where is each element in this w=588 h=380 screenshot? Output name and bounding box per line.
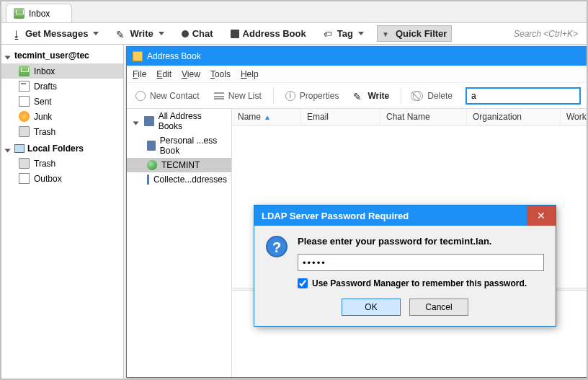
tab-inbox[interactable]: Inbox bbox=[6, 4, 72, 22]
tree-personal-book[interactable]: Personal ...ess Book bbox=[127, 133, 231, 158]
new-contact-button[interactable]: New Contact bbox=[133, 88, 202, 104]
globe-icon bbox=[147, 160, 157, 170]
pencil-icon bbox=[116, 29, 126, 39]
menu-tools[interactable]: Tools bbox=[210, 69, 231, 79]
col-organization[interactable]: Organization bbox=[467, 109, 561, 125]
inbox-icon bbox=[19, 66, 30, 76]
sidebar-item-inbox[interactable]: Inbox bbox=[1, 63, 123, 79]
person-icon bbox=[135, 91, 146, 101]
chevron-down-icon bbox=[358, 32, 364, 35]
separator bbox=[401, 88, 401, 104]
sort-asc-icon: ▲ bbox=[264, 113, 271, 121]
menu-help[interactable]: Help bbox=[241, 69, 259, 79]
properties-button[interactable]: Properties bbox=[282, 88, 342, 104]
folder-sidebar: tecmint_user@tec Inbox Drafts Sent Junk … bbox=[1, 45, 124, 379]
dialog-titlebar[interactable]: LDAP Server Password Required ✕ bbox=[254, 206, 556, 226]
contacts-column-headers: Name▲ Email Chat Name Organization Work bbox=[232, 109, 588, 125]
menu-edit[interactable]: Edit bbox=[156, 69, 172, 79]
separator bbox=[273, 88, 274, 104]
twisty-icon[interactable] bbox=[6, 146, 12, 151]
trash-icon bbox=[19, 126, 30, 137]
filter-icon bbox=[382, 29, 392, 39]
remember-checkbox-input[interactable] bbox=[298, 278, 308, 288]
address-book-button[interactable]: Address Book bbox=[226, 26, 311, 41]
address-book-menubar: File Edit View Tools Help bbox=[127, 66, 587, 83]
tree-tecmint[interactable]: TECMINT bbox=[127, 158, 231, 172]
question-icon: ? bbox=[266, 236, 288, 257]
address-book-toolbar: New Contact New List Properties Write De… bbox=[127, 83, 587, 109]
menu-file[interactable]: File bbox=[133, 69, 146, 79]
ldap-password-dialog: LDAP Server Password Required ✕ ? Please… bbox=[254, 205, 556, 327]
sidebar-item-junk[interactable]: Junk bbox=[1, 109, 123, 124]
chat-button[interactable]: Chat bbox=[177, 26, 218, 41]
address-book-tree: All Address Books Personal ...ess Book T… bbox=[127, 109, 232, 377]
ab-write-button[interactable]: Write bbox=[350, 88, 392, 104]
junk-icon bbox=[19, 111, 30, 122]
download-icon bbox=[12, 29, 22, 39]
book-icon bbox=[147, 141, 156, 151]
computer-icon bbox=[14, 144, 24, 153]
remember-password-checkbox[interactable]: Use Password Manager to remember this pa… bbox=[298, 278, 544, 288]
sidebar-item-drafts[interactable]: Drafts bbox=[1, 79, 123, 94]
book-icon bbox=[144, 116, 154, 126]
dialog-title: LDAP Server Password Required bbox=[262, 211, 409, 221]
address-book-titlebar[interactable]: Address Book bbox=[127, 47, 587, 66]
sidebar-item-sent[interactable]: Sent bbox=[1, 94, 123, 109]
new-list-button[interactable]: New List bbox=[211, 88, 264, 104]
col-chat[interactable]: Chat Name bbox=[380, 109, 467, 125]
tree-all-address-books[interactable]: All Address Books bbox=[127, 109, 231, 133]
delete-icon bbox=[413, 91, 423, 101]
col-name[interactable]: Name▲ bbox=[232, 109, 301, 125]
menu-view[interactable]: View bbox=[182, 69, 200, 79]
addressbook-app-icon bbox=[133, 51, 143, 61]
twisty-icon[interactable] bbox=[6, 53, 12, 58]
chat-icon bbox=[182, 30, 189, 37]
tab-label: Inbox bbox=[29, 9, 50, 19]
password-input[interactable] bbox=[298, 254, 544, 271]
book-icon bbox=[147, 174, 149, 185]
chevron-down-icon bbox=[159, 32, 164, 35]
chevron-down-icon bbox=[93, 32, 99, 35]
local-folders-row[interactable]: Local Folders bbox=[1, 139, 123, 156]
sidebar-item-trash[interactable]: Trash bbox=[1, 124, 123, 139]
tree-collected[interactable]: Collecte...ddresses bbox=[127, 172, 231, 187]
tag-button[interactable]: Tag bbox=[319, 26, 368, 41]
tab-bar: Inbox bbox=[1, 1, 587, 23]
list-icon bbox=[214, 92, 224, 100]
sidebar-item-outbox[interactable]: Outbox bbox=[1, 171, 123, 186]
sent-icon bbox=[19, 96, 30, 107]
col-work[interactable]: Work bbox=[561, 109, 588, 125]
tag-icon bbox=[324, 29, 334, 39]
close-button[interactable]: ✕ bbox=[527, 206, 556, 226]
col-email[interactable]: Email bbox=[301, 109, 380, 125]
get-messages-button[interactable]: Get Messages bbox=[7, 26, 103, 41]
book-icon bbox=[231, 30, 239, 38]
sidebar-item-local-trash[interactable]: Trash bbox=[1, 156, 123, 171]
window-title: Address Book bbox=[147, 51, 201, 61]
write-button[interactable]: Write bbox=[112, 26, 168, 41]
main-toolbar: Get Messages Write Chat Address Book Tag… bbox=[1, 23, 587, 45]
ok-button[interactable]: OK bbox=[342, 299, 401, 316]
twisty-icon[interactable] bbox=[134, 118, 140, 124]
cancel-button[interactable]: Cancel bbox=[409, 299, 468, 316]
global-search-input[interactable]: Search <Ctrl+K> bbox=[511, 27, 581, 40]
delete-button[interactable]: Delete bbox=[410, 88, 455, 104]
outbox-icon bbox=[19, 173, 30, 184]
trash-icon bbox=[19, 158, 30, 169]
info-icon bbox=[285, 91, 295, 101]
account-row[interactable]: tecmint_user@tec bbox=[1, 48, 123, 63]
ab-search-input[interactable] bbox=[466, 87, 581, 105]
drafts-icon bbox=[19, 81, 30, 92]
inbox-icon bbox=[14, 8, 24, 19]
pencil-icon bbox=[353, 91, 363, 101]
quick-filter-button[interactable]: Quick Filter bbox=[377, 25, 453, 42]
dialog-message: Please enter your password for tecmint.l… bbox=[298, 236, 544, 247]
